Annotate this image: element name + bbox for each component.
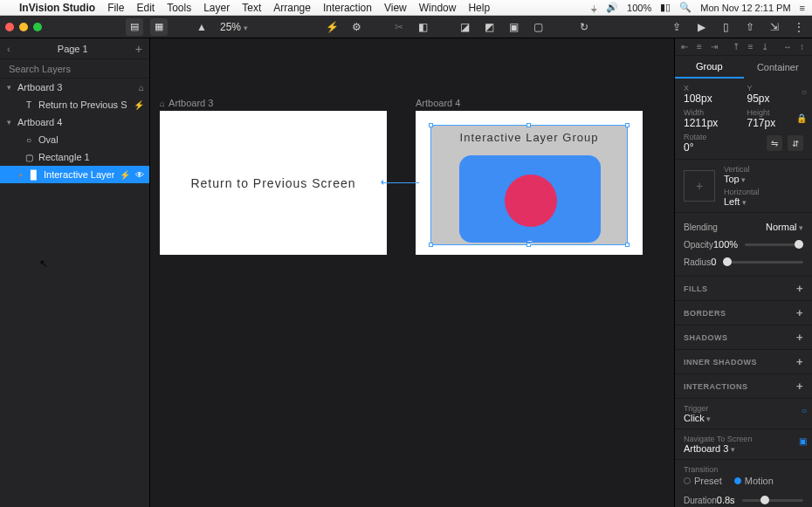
upload-icon[interactable]: ⇧ [742, 19, 758, 35]
difference-icon[interactable]: ▢ [531, 19, 547, 35]
menu-clock[interactable]: Mon Nov 12 2:11 PM [700, 3, 790, 13]
subtract-icon[interactable]: ◩ [482, 19, 498, 35]
back-icon[interactable]: ‹ [7, 44, 10, 54]
blending-select[interactable]: Normal [766, 222, 803, 232]
vertical-align-select[interactable]: Top [724, 174, 760, 184]
menu-tools[interactable]: Tools [167, 2, 191, 14]
opacity-slider[interactable] [745, 243, 803, 246]
navigate-select[interactable]: Artboard 3 [684, 443, 803, 454]
menu-text[interactable]: Text [242, 2, 261, 14]
interaction-link-icon[interactable]: ○ [802, 406, 807, 415]
zoom-level[interactable]: 25% [220, 21, 248, 33]
lock-size-icon[interactable]: 🔒 [796, 113, 807, 123]
add-inner-shadow-icon[interactable]: + [796, 355, 803, 368]
window-controls[interactable] [5, 23, 42, 31]
pointer-tool-icon[interactable]: ▲ [194, 19, 210, 35]
width-input[interactable]: 1211px [684, 117, 740, 129]
radius-slider[interactable] [723, 261, 803, 264]
layer-interactive-group[interactable]: ▸▉Interactive Layer Group⚡👁 [0, 166, 149, 183]
trigger-select[interactable]: Click [684, 413, 803, 423]
artboard-4-label[interactable]: Artboard 4 [416, 98, 460, 108]
add-interaction-icon[interactable]: + [796, 380, 803, 393]
x-input[interactable]: 108px [684, 92, 740, 105]
artboard-3[interactable]: Return to Previous Screen [160, 111, 387, 255]
inner-shadows-header[interactable]: INNER SHADOWS+ [675, 350, 812, 374]
add-fill-icon[interactable]: + [796, 282, 803, 295]
refresh-icon[interactable]: ↻ [576, 19, 592, 35]
align-bottom-icon[interactable]: ⤓ [760, 41, 770, 53]
bolt-icon[interactable]: ⚡ [325, 19, 341, 35]
menu-arrange[interactable]: Arrange [273, 2, 311, 14]
wifi-icon[interactable]: ⏚ [591, 3, 597, 13]
menu-edit[interactable]: Edit [136, 2, 155, 14]
height-input[interactable]: 717px [747, 117, 804, 129]
menu-window[interactable]: Window [419, 2, 457, 14]
search-layers-input[interactable]: Search Layers [0, 59, 149, 79]
app-name: InVision Studio [19, 2, 95, 14]
oval-icon: ○ [24, 135, 33, 145]
volume-icon[interactable]: 🔊 [606, 2, 618, 13]
gear-icon[interactable]: ⚙ [349, 19, 365, 35]
add-border-icon[interactable]: + [796, 306, 803, 319]
menu-file[interactable]: File [107, 2, 124, 14]
layer-artboard-3[interactable]: ▾Artboard 3⌂ [0, 79, 149, 96]
page-name[interactable]: Page 1 [58, 44, 88, 54]
device-icon[interactable]: ▯ [718, 19, 733, 35]
oval-shape[interactable] [505, 175, 557, 227]
tab-container[interactable]: Container [744, 56, 813, 79]
fills-header[interactable]: FILLS+ [675, 277, 812, 301]
drag-handle-icon[interactable]: = [527, 238, 534, 248]
interactions-header[interactable]: INTERACTIONS+ [675, 374, 812, 399]
link-xy-icon[interactable]: ○ [802, 87, 807, 97]
flip-h-icon[interactable]: ⇋ [767, 135, 782, 151]
transition-motion-radio[interactable]: Motion [734, 476, 774, 486]
align-hcenter-icon[interactable]: ≡ [695, 41, 705, 53]
duration-input[interactable]: 0.8s [717, 495, 735, 505]
distribute-h-icon[interactable]: ↔ [783, 41, 793, 53]
notifications-icon[interactable]: ≡ [800, 3, 805, 13]
more-icon[interactable]: ⋮ [791, 19, 807, 35]
flip-v-icon[interactable]: ⇵ [788, 135, 803, 151]
align-left-icon[interactable]: ⇤ [680, 41, 690, 53]
menu-layer[interactable]: Layer [203, 2, 230, 14]
horizontal-align-select[interactable]: Left [724, 196, 760, 207]
play-icon[interactable]: ▶ [693, 19, 709, 35]
duration-slider[interactable] [742, 499, 803, 502]
align-vcenter-icon[interactable]: ≡ [746, 41, 755, 53]
distribute-v-icon[interactable]: ↕ [797, 41, 807, 53]
y-input[interactable]: 95px [747, 92, 804, 105]
selected-group[interactable]: Interactive Layer Group [430, 125, 628, 245]
add-shadow-icon[interactable]: + [796, 331, 803, 344]
align-top-icon[interactable]: ⤒ [732, 41, 741, 53]
shadows-header[interactable]: SHADOWS+ [675, 325, 812, 350]
pin-widget[interactable]: + [684, 170, 715, 202]
rotate-input[interactable]: 0° [684, 141, 760, 154]
layer-artboard-4[interactable]: ▾Artboard 4 [0, 113, 149, 131]
share-icon[interactable]: ⇲ [767, 19, 782, 35]
opacity-input[interactable]: 100% [713, 239, 738, 250]
intersect-icon[interactable]: ▣ [506, 19, 522, 35]
layers-toggle-icon[interactable]: ▤ [126, 18, 143, 36]
app-toolbar: ▤ ▦ ▲ 25% ⚡ ⚙ ✂ ◧ ◪ ◩ ▣ ▢ ↻ ⇪ ▶ ▯ ⇧ ⇲ ⋮ [0, 16, 812, 38]
menu-help[interactable]: Help [468, 2, 490, 14]
add-page-icon[interactable]: + [135, 42, 142, 56]
tab-group[interactable]: Group [675, 56, 744, 79]
spotlight-icon[interactable]: 🔍 [679, 2, 692, 13]
transition-preset-radio[interactable]: Preset [684, 476, 722, 486]
menu-interaction[interactable]: Interaction [323, 2, 372, 14]
radius-input[interactable]: 0 [711, 257, 716, 267]
artboard-3-label[interactable]: ⌂Artboard 3 [160, 98, 213, 108]
union-icon[interactable]: ◪ [458, 19, 473, 35]
pin-icon[interactable]: ⇪ [669, 19, 685, 35]
library-toggle-icon[interactable]: ▦ [150, 18, 168, 36]
borders-header[interactable]: BORDERS+ [675, 301, 812, 325]
canvas-area[interactable]: ⌂Artboard 3 Return to Previous Screen Ar… [150, 38, 674, 507]
eye-icon[interactable]: 👁 [135, 170, 144, 180]
menu-view[interactable]: View [384, 2, 407, 14]
layer-rectangle-1[interactable]: ▢Rectangle 1 [0, 148, 149, 166]
crop-icon[interactable]: ◧ [416, 19, 431, 35]
layer-return-text[interactable]: TReturn to Previous S⚡ [0, 96, 149, 113]
screen-link-icon[interactable]: ▣ [799, 436, 807, 446]
align-right-icon[interactable]: ⇥ [709, 41, 719, 53]
layer-oval[interactable]: ○Oval [0, 131, 149, 148]
